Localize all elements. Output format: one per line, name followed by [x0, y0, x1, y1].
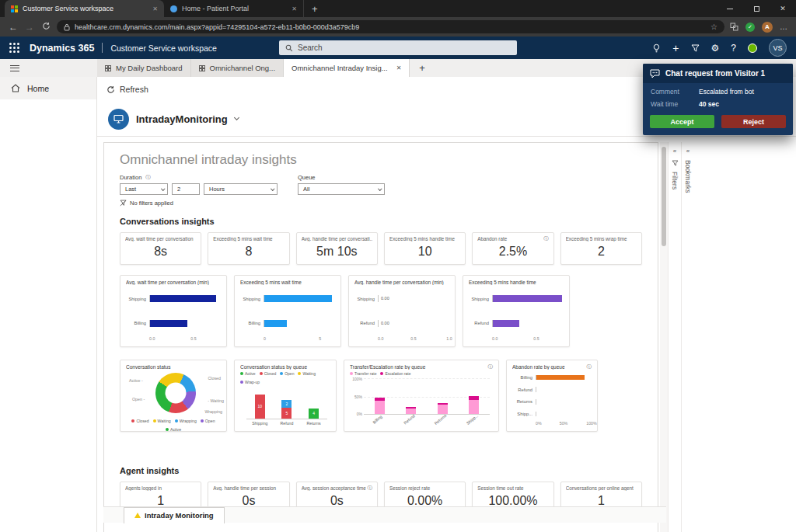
more-menu-icon[interactable]: …: [780, 23, 788, 31]
x-axis: 0.00.5: [492, 336, 564, 342]
page-title[interactable]: IntradayMonitoring: [136, 113, 228, 125]
chart-legend: ClosedWaitingWrappingOpenActive: [126, 419, 221, 432]
report-page-tab[interactable]: Intraday Monitoring: [124, 507, 225, 523]
app-launcher-icon[interactable]: [9, 43, 19, 53]
legend-item[interactable]: Wrap-up: [240, 380, 260, 384]
forward-icon[interactable]: →: [24, 23, 35, 32]
browser-tab-patient-portal[interactable]: Home - Patient Portal ✕: [164, 0, 304, 17]
kpi-label: Session time out rate: [477, 485, 548, 491]
tab-omnichannel-intraday-insights[interactable]: Omnichannel Intraday Insig... ✕: [284, 59, 410, 77]
tab-omnichannel-ongoing[interactable]: Omnichannel Ong...: [191, 59, 285, 77]
kpi-card: Abandon rateⓘ2.5%: [472, 232, 553, 265]
scrollbar-thumb[interactable]: [662, 147, 666, 246]
browser-address-bar: ← → healthcare.crm.dynamics.com/main.asp…: [0, 17, 796, 37]
favorite-star-icon[interactable]: ☆: [710, 23, 717, 31]
legend-item[interactable]: Closed: [260, 371, 277, 376]
kpi-label-row: Agents logged in: [125, 485, 196, 491]
browser-avatar[interactable]: A: [762, 22, 773, 33]
category-label: Billing: [126, 321, 149, 325]
accept-button[interactable]: Accept: [650, 115, 714, 128]
expand-pane-icon[interactable]: «: [673, 148, 676, 155]
refresh-page-icon[interactable]: [40, 22, 51, 32]
category-label: Shipping: [469, 297, 492, 301]
tab-label: Omnichannel Ong...: [210, 64, 276, 72]
settings-icon[interactable]: ⚙: [711, 43, 720, 53]
legend-item[interactable]: Active: [240, 371, 256, 376]
chevron-down-icon: [161, 186, 165, 190]
reject-button[interactable]: Reject: [721, 115, 786, 128]
presence-indicator[interactable]: [748, 43, 757, 53]
legend-item[interactable]: Open: [280, 371, 294, 376]
info-icon[interactable]: ⓘ: [543, 236, 549, 242]
duration-mode-dropdown[interactable]: Last: [120, 183, 168, 195]
chart-title: Transfer/Escalation rate by queue: [350, 364, 487, 370]
chat-detail-row: Wait time 40 sec: [643, 96, 793, 108]
sidebar-item-home[interactable]: Home: [0, 77, 96, 99]
browser-tab-title: Home - Patient Portal: [182, 5, 287, 12]
add-icon[interactable]: +: [672, 43, 679, 54]
extension-icon[interactable]: [730, 23, 738, 31]
kpi-value: 8: [213, 245, 284, 259]
close-button[interactable]: ✕: [770, 0, 796, 17]
chart-body: ActiveClosedOpenWaitingWrap-up10254Shipp…: [240, 371, 330, 427]
info-icon[interactable]: ⓘ: [587, 364, 592, 370]
maximize-button[interactable]: [743, 0, 770, 17]
tab-close-icon[interactable]: ✕: [292, 5, 297, 12]
donut-wrap: Active -ClosedOpen -- WaitingWrapping: [126, 372, 225, 416]
refresh-button[interactable]: Refresh: [106, 85, 148, 94]
new-tab-button[interactable]: +: [312, 3, 318, 15]
duration-unit-dropdown[interactable]: Hours: [204, 183, 278, 195]
column: [438, 378, 448, 414]
duration-value-input[interactable]: 2: [172, 183, 200, 195]
kpi-label: Exceeding 5 mins wait time: [213, 236, 284, 242]
search-input[interactable]: Search: [279, 40, 517, 55]
lightbulb-icon[interactable]: [652, 43, 661, 53]
home-icon: [11, 84, 20, 92]
browser-tab-title: Customer Service workspace: [23, 5, 148, 12]
new-session-tab-button[interactable]: +: [419, 62, 425, 74]
chart-card-conversation-status-by-queue: Conversation status by queueActiveClosed…: [234, 360, 337, 432]
bar: [536, 375, 585, 381]
legend-item[interactable]: Transfer rate: [350, 371, 376, 376]
queue-dropdown[interactable]: All: [298, 183, 385, 195]
info-icon[interactable]: ⓘ: [488, 364, 494, 370]
help-icon[interactable]: ?: [731, 43, 736, 53]
url-field[interactable]: healthcare.crm.dynamics.com/main.aspx?ap…: [57, 20, 724, 33]
hbar-row: Refund: [469, 319, 564, 328]
chart-card-transfer-escalation-rate-by-queue: Transfer/Escalation rate by queueⓘTransf…: [344, 360, 499, 432]
kpi-label: Avg. wait time per conversation: [125, 236, 196, 242]
filter-icon[interactable]: [691, 44, 700, 52]
info-icon[interactable]: ⓘ: [368, 485, 373, 491]
minimize-button[interactable]: [717, 0, 743, 17]
legend-item[interactable]: Waiting: [153, 419, 171, 423]
dashboard-page-icon: [108, 109, 129, 130]
filters-pane-tab[interactable]: « Filters: [668, 142, 681, 532]
hamburger-menu-icon[interactable]: [10, 65, 19, 71]
tab-my-daily-dashboard[interactable]: My Daily Dashboard: [97, 59, 191, 77]
chart-title-row: Avg. handle time per conversation (min): [354, 280, 449, 285]
bar-segment: [375, 401, 385, 414]
tab-close-icon[interactable]: ✕: [152, 5, 158, 12]
donut-hole: [166, 383, 187, 404]
legend-item[interactable]: Escalation rate: [380, 371, 410, 376]
browser-tab-customer-service[interactable]: Customer Service workspace ✕: [5, 0, 164, 17]
chart-body: Transfer rateEscalation rate100%50%0%Bil…: [350, 371, 493, 427]
legend-item[interactable]: Active: [166, 427, 181, 432]
security-badge-icon[interactable]: ✓: [745, 23, 755, 32]
legend-item[interactable]: Waiting: [298, 371, 316, 376]
chevron-down-icon[interactable]: [234, 115, 239, 120]
legend-item[interactable]: Open: [201, 419, 215, 423]
chart-title-row: Conversation status by queue: [240, 364, 330, 370]
bookmarks-pane-tab[interactable]: « Bookmarks: [681, 142, 694, 532]
legend-item[interactable]: Closed: [131, 419, 148, 423]
report-scrollbar[interactable]: [660, 142, 668, 532]
tab-label: Omnichannel Intraday Insig...: [292, 64, 388, 72]
bar: [150, 295, 216, 302]
back-icon[interactable]: ←: [8, 23, 19, 32]
expand-pane-icon[interactable]: «: [686, 148, 690, 155]
user-avatar[interactable]: VS: [769, 39, 787, 57]
tab-close-icon[interactable]: ✕: [396, 64, 402, 71]
axis-tick: 0.0: [378, 336, 383, 341]
info-icon[interactable]: ⓘ: [145, 175, 151, 180]
legend-item[interactable]: Wrapping: [175, 419, 197, 423]
